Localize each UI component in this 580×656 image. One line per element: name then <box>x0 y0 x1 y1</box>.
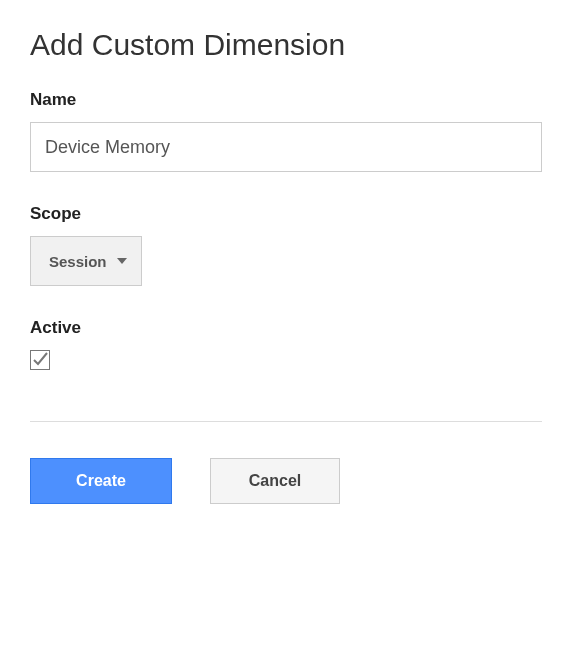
create-button[interactable]: Create <box>30 458 172 504</box>
active-checkbox[interactable] <box>30 350 50 370</box>
active-label: Active <box>30 318 550 338</box>
name-label: Name <box>30 90 550 110</box>
chevron-down-icon <box>117 258 127 264</box>
page-title: Add Custom Dimension <box>30 28 550 62</box>
active-field-group: Active <box>30 318 550 373</box>
name-field-group: Name <box>30 90 550 172</box>
scope-label: Scope <box>30 204 550 224</box>
checkmark-icon <box>31 351 49 369</box>
scope-selected-value: Session <box>49 253 107 270</box>
cancel-button[interactable]: Cancel <box>210 458 340 504</box>
scope-field-group: Scope Session <box>30 204 550 286</box>
divider <box>30 421 542 422</box>
scope-dropdown[interactable]: Session <box>30 236 142 286</box>
button-row: Create Cancel <box>30 458 550 504</box>
name-input[interactable] <box>30 122 542 172</box>
